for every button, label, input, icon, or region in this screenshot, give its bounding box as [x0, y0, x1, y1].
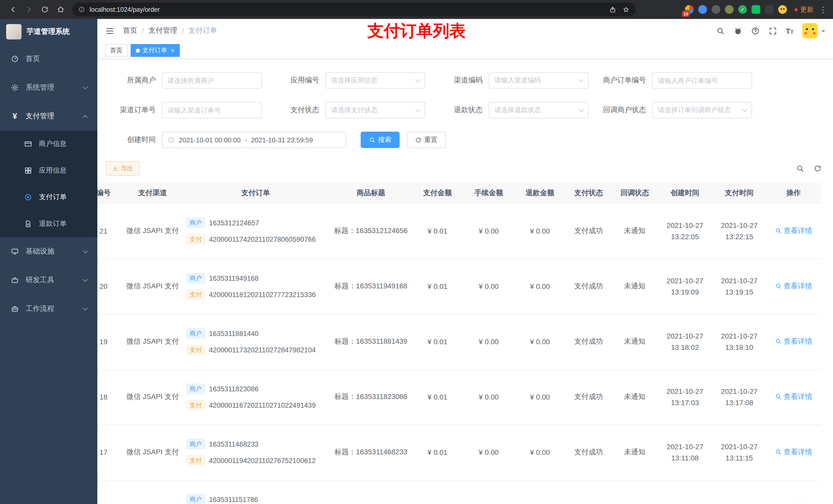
hamburger-icon[interactable] — [105, 26, 115, 35]
browser-update-button[interactable]: 更新 — [794, 5, 813, 14]
sidebar-item-refund-order[interactable]: 退款订单 — [0, 211, 97, 237]
cell-title: 标题：1635311468233 — [330, 425, 412, 480]
cell-title: 标题：1635312124656 — [330, 203, 412, 259]
share-icon[interactable] — [609, 6, 616, 13]
view-detail-link[interactable]: 查看详情 — [775, 503, 812, 504]
avatar[interactable] — [802, 23, 818, 39]
cell-order: 商户 1635311949168 支付 42000011812021102777… — [181, 259, 330, 314]
tag-home[interactable]: 首页 — [105, 44, 127, 57]
extension-colorful-icon[interactable]: 10 — [685, 5, 694, 14]
cell-fee: ¥ 0.00 — [463, 259, 514, 314]
channel-order-no-input[interactable] — [162, 102, 262, 118]
extension-badge: 10 — [682, 11, 690, 17]
cell-action: 查看详情 — [766, 480, 821, 504]
breadcrumb-payment[interactable]: 支付管理 — [148, 26, 177, 35]
view-detail-link[interactable]: 查看详情 — [775, 337, 812, 346]
view-detail-link[interactable]: 查看详情 — [775, 226, 812, 236]
search-icon — [369, 137, 376, 143]
filter-label: 支付状态 — [269, 105, 325, 115]
app-select[interactable]: 请选择应用信息 — [325, 72, 425, 89]
cell-status: 支付成功 — [566, 369, 612, 425]
sidebar-item-workflow[interactable]: 工作流程 — [0, 294, 97, 323]
table-row: 19 微信 JSAPI 支付 商户 1635311881440 支付 — [97, 314, 821, 369]
back-icon[interactable] — [6, 3, 20, 16]
navbar: 首页 / 支付管理 / 支付订单 支付订单列表 TT — [97, 19, 833, 43]
merchant-badge: 商户 — [187, 494, 205, 504]
sidebar-item-dev-tools[interactable]: 研发工具 — [0, 266, 97, 294]
cell-fee: ¥ 0.00 — [463, 369, 514, 425]
col-channel: 支付渠道 — [124, 183, 181, 203]
filter-label: 创建时间 — [105, 135, 162, 144]
pay-status-select[interactable]: 请选择支付状态 — [325, 102, 425, 118]
cell-id: 19 — [97, 314, 124, 369]
cell-create-time: 2021-10-27 13:17:03 — [658, 369, 712, 425]
sidebar-item-system[interactable]: 系统管理 — [0, 73, 97, 102]
chevron-down-icon — [579, 77, 584, 82]
cell-channel: 微信 JSAPI 支付 — [124, 480, 181, 504]
cell-amount: ¥ 0.01 — [412, 259, 463, 314]
date-range-input[interactable]: 2021-10-01 00:00:00 - 2021-10-31 23:59:5… — [162, 131, 346, 148]
view-detail-link[interactable]: 查看详情 — [775, 448, 812, 457]
reload-icon[interactable] — [38, 3, 51, 16]
sidebar-item-label: 工作流程 — [26, 304, 54, 313]
extension-olive-icon[interactable] — [725, 5, 734, 14]
extension-pin-icon[interactable] — [765, 5, 774, 14]
github-icon[interactable] — [733, 26, 742, 35]
sidebar-item-app-info[interactable]: 应用信息 — [0, 157, 97, 184]
toolbar-right — [796, 164, 822, 173]
cell-pay-time: 2021-10-27 13:19:15 — [712, 259, 766, 314]
cell-channel: 微信 JSAPI 支付 — [124, 425, 181, 480]
browser-chrome: localhost:1024/pay/order 10 ✓ 更新 ⋮ — [0, 0, 833, 19]
info-icon[interactable] — [78, 6, 85, 13]
cell-create-time: 2021-10-27 13:22:05 — [658, 203, 712, 259]
cell-channel: 微信 JSAPI 支付 — [124, 203, 181, 259]
view-detail-link[interactable]: 查看详情 — [775, 282, 812, 291]
search-button[interactable]: 搜索 — [361, 131, 400, 148]
refresh-icon[interactable] — [813, 164, 822, 173]
tag-pay-order[interactable]: 支付订单 × — [130, 44, 180, 57]
reset-button[interactable]: 重置 — [407, 131, 446, 148]
hide-search-icon[interactable] — [796, 164, 804, 173]
export-button[interactable]: 导出 — [105, 161, 140, 176]
cell-channel: 微信 JSAPI 支付 — [124, 369, 181, 425]
bookmark-star-icon[interactable] — [622, 6, 629, 13]
cell-create-time: 2021-10-27 13:18:02 — [658, 314, 712, 369]
extension-chat-icon[interactable] — [752, 5, 760, 14]
sidebar-item-payment[interactable]: ¥ 支付管理 — [0, 102, 97, 130]
filter-app-no: 应用编号 请选择应用信息 — [269, 72, 425, 89]
extension-check-icon[interactable]: ✓ — [738, 5, 747, 14]
close-icon[interactable]: × — [171, 47, 174, 54]
extension-blue-icon[interactable] — [698, 5, 707, 14]
browser-profile-avatar[interactable] — [778, 5, 787, 14]
merchant-input[interactable] — [162, 72, 262, 89]
fullscreen-icon[interactable] — [768, 26, 777, 35]
logo[interactable]: 芋道管理系统 — [0, 19, 97, 45]
merchant-order-no-input[interactable] — [652, 72, 752, 89]
document-icon — [24, 219, 33, 229]
sidebar-item-pay-order[interactable]: 支付订单 — [0, 184, 97, 211]
filter-label: 应用编号 — [269, 76, 325, 85]
view-detail-link[interactable]: 查看详情 — [775, 392, 812, 402]
home-icon[interactable] — [54, 3, 67, 16]
channel-code-select[interactable]: 请输入渠道编码 — [489, 72, 589, 89]
question-icon[interactable] — [751, 26, 760, 35]
col-refund: 退款金额 — [514, 183, 566, 203]
address-bar[interactable]: localhost:1024/pay/order — [72, 3, 636, 16]
search-icon[interactable] — [716, 26, 724, 35]
breadcrumb-home[interactable]: 首页 — [123, 26, 137, 35]
user-menu[interactable] — [802, 23, 825, 39]
cell-fee: ¥ 0.00 — [463, 203, 514, 259]
cell-amount: ¥ 0.01 — [412, 203, 463, 259]
browser-menu-kebab-icon[interactable]: ⋮ — [819, 5, 827, 14]
toolbox-icon — [10, 275, 20, 285]
sidebar-item-infrastructure[interactable]: 基础设施 — [0, 237, 97, 266]
magnifier-icon — [775, 228, 782, 234]
sidebar-item-label: 退款订单 — [39, 219, 67, 229]
font-size-icon[interactable]: TT — [786, 26, 793, 35]
notify-status-select[interactable]: 请选择订单回调商户状态 — [652, 102, 752, 118]
sidebar-item-merchant-info[interactable]: 商户信息 — [0, 130, 97, 157]
refund-status-select[interactable]: 请选择退款状态 — [489, 102, 589, 118]
forward-icon[interactable] — [22, 3, 35, 16]
sidebar-item-home[interactable]: 首页 — [0, 45, 97, 73]
extension-dark-icon[interactable] — [712, 5, 720, 14]
